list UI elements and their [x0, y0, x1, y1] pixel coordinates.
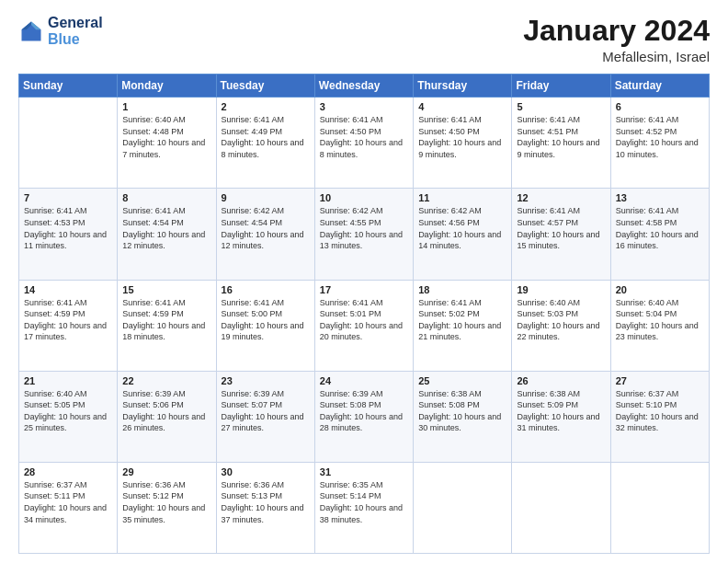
cell-details: Sunrise: 6:41 AMSunset: 4:51 PMDaylight:… [517, 114, 605, 160]
day-number: 29 [122, 466, 210, 477]
calendar-cell: 27Sunrise: 6:37 AMSunset: 5:10 PMDayligh… [610, 371, 709, 462]
calendar-cell: 10Sunrise: 6:42 AMSunset: 4:55 PMDayligh… [314, 189, 413, 280]
cell-details: Sunrise: 6:41 AMSunset: 5:01 PMDaylight:… [320, 297, 408, 343]
cell-details: Sunrise: 6:37 AMSunset: 5:10 PMDaylight:… [616, 388, 704, 434]
day-number: 25 [418, 375, 506, 386]
weekday-header: Wednesday [314, 75, 413, 98]
day-number: 5 [517, 101, 605, 112]
calendar-week-row: 28Sunrise: 6:37 AMSunset: 5:11 PMDayligh… [19, 462, 710, 553]
logo-icon [18, 18, 44, 44]
day-number: 8 [122, 192, 210, 203]
calendar-cell: 9Sunrise: 6:42 AMSunset: 4:54 PMDaylight… [216, 189, 314, 280]
cell-details: Sunrise: 6:35 AMSunset: 5:14 PMDaylight:… [320, 479, 408, 525]
cell-details: Sunrise: 6:41 AMSunset: 4:57 PMDaylight:… [517, 205, 605, 251]
weekday-header: Thursday [414, 75, 512, 98]
calendar-cell: 20Sunrise: 6:40 AMSunset: 5:04 PMDayligh… [610, 280, 709, 371]
day-number: 3 [320, 101, 408, 112]
day-number: 26 [517, 375, 605, 386]
calendar-cell: 2Sunrise: 6:41 AMSunset: 4:49 PMDaylight… [216, 98, 314, 189]
calendar-cell: 29Sunrise: 6:36 AMSunset: 5:12 PMDayligh… [118, 462, 216, 553]
weekday-header: Saturday [610, 75, 709, 98]
day-number: 7 [24, 192, 112, 203]
calendar-table: SundayMondayTuesdayWednesdayThursdayFrid… [18, 74, 710, 554]
cell-details: Sunrise: 6:41 AMSunset: 5:02 PMDaylight:… [418, 297, 506, 343]
calendar-week-row: 7Sunrise: 6:41 AMSunset: 4:53 PMDaylight… [19, 189, 710, 280]
cell-details: Sunrise: 6:41 AMSunset: 5:00 PMDaylight:… [222, 297, 310, 343]
day-number: 1 [122, 101, 210, 112]
day-number: 14 [24, 284, 112, 295]
cell-details: Sunrise: 6:39 AMSunset: 5:08 PMDaylight:… [320, 388, 408, 434]
day-number: 17 [320, 284, 408, 295]
cell-details: Sunrise: 6:42 AMSunset: 4:54 PMDaylight:… [222, 205, 310, 251]
cell-details: Sunrise: 6:41 AMSunset: 4:59 PMDaylight:… [24, 297, 112, 343]
calendar-cell: 12Sunrise: 6:41 AMSunset: 4:57 PMDayligh… [512, 189, 610, 280]
cell-details: Sunrise: 6:36 AMSunset: 5:12 PMDaylight:… [122, 479, 210, 525]
calendar-cell: 31Sunrise: 6:35 AMSunset: 5:14 PMDayligh… [314, 462, 413, 553]
calendar-cell [610, 462, 709, 553]
cell-details: Sunrise: 6:39 AMSunset: 5:06 PMDaylight:… [122, 388, 210, 434]
day-number: 28 [24, 466, 112, 477]
calendar-cell: 15Sunrise: 6:41 AMSunset: 4:59 PMDayligh… [118, 280, 216, 371]
header-row: SundayMondayTuesdayWednesdayThursdayFrid… [19, 75, 710, 98]
calendar-cell: 7Sunrise: 6:41 AMSunset: 4:53 PMDaylight… [19, 189, 118, 280]
calendar-cell: 8Sunrise: 6:41 AMSunset: 4:54 PMDaylight… [118, 189, 216, 280]
calendar-cell: 23Sunrise: 6:39 AMSunset: 5:07 PMDayligh… [216, 371, 314, 462]
day-number: 11 [418, 192, 506, 203]
day-number: 30 [222, 466, 310, 477]
cell-details: Sunrise: 6:36 AMSunset: 5:13 PMDaylight:… [222, 479, 310, 525]
cell-details: Sunrise: 6:40 AMSunset: 5:03 PMDaylight:… [517, 297, 605, 343]
day-number: 27 [616, 375, 704, 386]
cell-details: Sunrise: 6:41 AMSunset: 4:54 PMDaylight:… [122, 205, 210, 251]
calendar-cell: 4Sunrise: 6:41 AMSunset: 4:50 PMDaylight… [414, 98, 512, 189]
calendar-cell: 5Sunrise: 6:41 AMSunset: 4:51 PMDaylight… [512, 98, 610, 189]
weekday-header: Sunday [19, 75, 118, 98]
calendar-cell: 28Sunrise: 6:37 AMSunset: 5:11 PMDayligh… [19, 462, 118, 553]
calendar-cell: 16Sunrise: 6:41 AMSunset: 5:00 PMDayligh… [216, 280, 314, 371]
cell-details: Sunrise: 6:40 AMSunset: 4:48 PMDaylight:… [122, 114, 210, 160]
cell-details: Sunrise: 6:42 AMSunset: 4:55 PMDaylight:… [320, 205, 408, 251]
day-number: 16 [222, 284, 310, 295]
logo-text: General Blue [48, 15, 103, 48]
location-title: Mefallesim, Israel [523, 49, 710, 64]
day-number: 22 [122, 375, 210, 386]
calendar-week-row: 1Sunrise: 6:40 AMSunset: 4:48 PMDaylight… [19, 98, 710, 189]
day-number: 13 [616, 192, 704, 203]
calendar-cell: 3Sunrise: 6:41 AMSunset: 4:50 PMDaylight… [314, 98, 413, 189]
calendar-cell: 18Sunrise: 6:41 AMSunset: 5:02 PMDayligh… [414, 280, 512, 371]
calendar-page: General Blue January 2024 Mefallesim, Is… [0, 0, 728, 563]
calendar-cell: 30Sunrise: 6:36 AMSunset: 5:13 PMDayligh… [216, 462, 314, 553]
cell-details: Sunrise: 6:41 AMSunset: 4:59 PMDaylight:… [122, 297, 210, 343]
day-number: 21 [24, 375, 112, 386]
logo: General Blue [18, 15, 103, 48]
calendar-cell [512, 462, 610, 553]
weekday-header: Friday [512, 75, 610, 98]
day-number: 24 [320, 375, 408, 386]
calendar-cell: 13Sunrise: 6:41 AMSunset: 4:58 PMDayligh… [610, 189, 709, 280]
calendar-cell: 22Sunrise: 6:39 AMSunset: 5:06 PMDayligh… [118, 371, 216, 462]
cell-details: Sunrise: 6:41 AMSunset: 4:58 PMDaylight:… [616, 205, 704, 251]
cell-details: Sunrise: 6:38 AMSunset: 5:08 PMDaylight:… [418, 388, 506, 434]
calendar-cell [19, 98, 118, 189]
calendar-cell: 26Sunrise: 6:38 AMSunset: 5:09 PMDayligh… [512, 371, 610, 462]
cell-details: Sunrise: 6:40 AMSunset: 5:05 PMDaylight:… [24, 388, 112, 434]
cell-details: Sunrise: 6:39 AMSunset: 5:07 PMDaylight:… [222, 388, 310, 434]
day-number: 2 [222, 101, 310, 112]
calendar-cell: 24Sunrise: 6:39 AMSunset: 5:08 PMDayligh… [314, 371, 413, 462]
day-number: 4 [418, 101, 506, 112]
cell-details: Sunrise: 6:41 AMSunset: 4:50 PMDaylight:… [418, 114, 506, 160]
weekday-header: Tuesday [216, 75, 314, 98]
header: General Blue January 2024 Mefallesim, Is… [18, 15, 710, 64]
cell-details: Sunrise: 6:41 AMSunset: 4:49 PMDaylight:… [222, 114, 310, 160]
month-title: January 2024 [523, 15, 710, 47]
day-number: 18 [418, 284, 506, 295]
day-number: 12 [517, 192, 605, 203]
calendar-cell [414, 462, 512, 553]
calendar-cell: 17Sunrise: 6:41 AMSunset: 5:01 PMDayligh… [314, 280, 413, 371]
day-number: 10 [320, 192, 408, 203]
title-block: January 2024 Mefallesim, Israel [523, 15, 710, 64]
cell-details: Sunrise: 6:37 AMSunset: 5:11 PMDaylight:… [24, 479, 112, 525]
calendar-cell: 1Sunrise: 6:40 AMSunset: 4:48 PMDaylight… [118, 98, 216, 189]
calendar-cell: 6Sunrise: 6:41 AMSunset: 4:52 PMDaylight… [610, 98, 709, 189]
calendar-week-row: 14Sunrise: 6:41 AMSunset: 4:59 PMDayligh… [19, 280, 710, 371]
day-number: 15 [122, 284, 210, 295]
